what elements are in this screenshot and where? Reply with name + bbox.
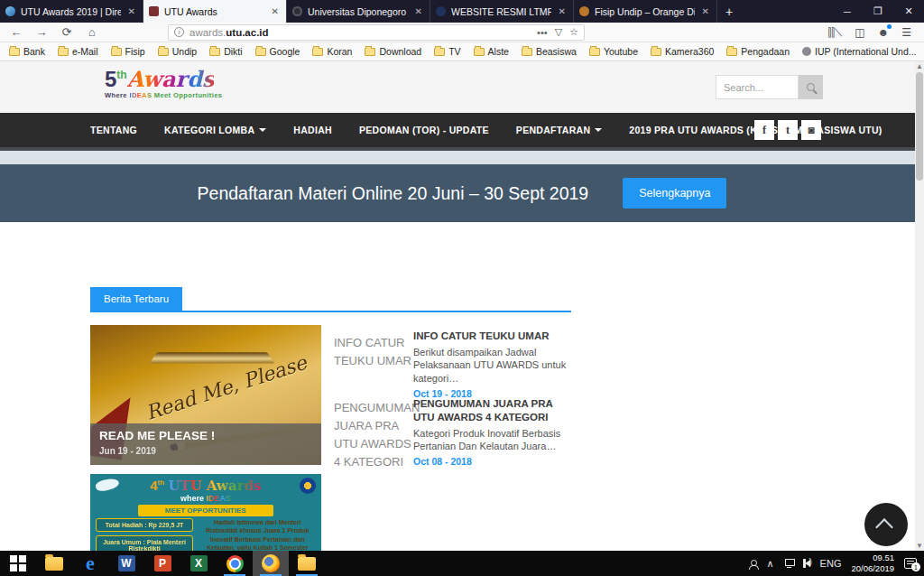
pocket-icon[interactable]: ▽ <box>555 26 562 38</box>
news-item[interactable]: INFO CATUR TEUKU UMAR Berikut disampaika… <box>413 330 576 399</box>
bookmark-folder-koran[interactable]: Koran <box>312 46 352 57</box>
tab-fisip-undip[interactable]: Fisip Undip – Orange Diponego ✕ <box>574 0 717 23</box>
poster-ideas: IDEAS <box>207 494 232 503</box>
home-icon[interactable]: ⌂ <box>83 26 101 38</box>
bookmark-folder-pengadaan[interactable]: Pengadaan <box>726 46 790 57</box>
close-window-button[interactable]: ✕ <box>893 0 924 23</box>
scroll-to-top-button[interactable] <box>864 503 908 546</box>
scrollbar-up-icon[interactable]: ▲ <box>915 62 924 70</box>
bookmark-folder-download[interactable]: Download <box>365 46 421 57</box>
minimize-button[interactable]: ─ <box>832 0 863 23</box>
close-icon[interactable]: ✕ <box>126 6 137 16</box>
page-actions-icon[interactable]: ••• <box>537 27 548 38</box>
image-decoration <box>150 352 275 363</box>
instagram-icon[interactable]: ◙ <box>801 120 821 140</box>
bookmark-folder-undip[interactable]: Undip <box>158 46 197 57</box>
tray-chevron-icon[interactable]: ∧ <box>767 558 774 570</box>
close-icon[interactable]: ✕ <box>557 6 568 16</box>
excel-button[interactable]: X <box>180 551 217 576</box>
featured-image-utu-awards-poster[interactable]: 4th UTU Awards where IDEAS MEET OPPORTUN… <box>90 474 321 551</box>
reload-icon[interactable]: ⟳ <box>58 26 76 38</box>
menu-icon[interactable]: ☰ <box>901 26 911 39</box>
site-logo[interactable]: 5thAwards Where IDEAS Meet Opportunities <box>105 69 222 99</box>
close-icon[interactable]: ✕ <box>270 6 281 16</box>
speaker-icon[interactable] <box>805 560 810 567</box>
back-icon[interactable]: ← <box>7 26 25 38</box>
url-bar[interactable]: i awards.utu.ac.id ••• ▽ ☆ <box>168 24 585 41</box>
bookmark-folder-fisip[interactable]: Fisip <box>111 46 145 57</box>
notification-icon[interactable]: 1 <box>904 558 917 569</box>
twitter-icon[interactable]: t <box>778 120 798 140</box>
edge-button[interactable]: e <box>72 551 108 576</box>
excel-icon: X <box>190 555 208 571</box>
bookmark-folder-bank[interactable]: Bank <box>9 46 45 57</box>
library-icon[interactable]: ⫿⫿⟍ <box>827 26 842 39</box>
bookmark-iup[interactable]: IUP (International Und... <box>802 46 916 57</box>
tab-berita-terbaru[interactable]: Berita Terbaru <box>90 287 182 311</box>
forward-icon[interactable]: → <box>32 26 51 38</box>
header-strip <box>0 151 924 164</box>
featured-image-read-me[interactable]: Read Me, Please READ ME PLEASE ! Jun 19 … <box>90 325 321 465</box>
sidebar-icon[interactable]: ◫ <box>855 26 864 39</box>
nav-hadiah[interactable]: HADIAH <box>293 125 332 135</box>
bookmark-folder-tv[interactable]: TV <box>434 46 460 57</box>
nav-tentang[interactable]: TENTANG <box>90 125 137 135</box>
firefox-button[interactable] <box>253 551 289 576</box>
facebook-icon[interactable]: f <box>754 120 774 140</box>
tab-favicon <box>149 6 159 16</box>
browser-toolbar: ← → ⟳ ⌂ i awards.utu.ac.id ••• ▽ ☆ ⫿⫿⟍ ◫… <box>0 23 924 42</box>
bookmark-folder-email[interactable]: e-Mail <box>58 46 98 57</box>
bookmark-folder-alste[interactable]: Alste <box>474 46 509 57</box>
selengkapnya-button[interactable]: Selengkapnya <box>623 178 726 209</box>
site-icon <box>802 47 811 56</box>
clock[interactable]: 09.51 20/06/2019 <box>851 553 894 574</box>
news-title[interactable]: PENGUMUMAN JUARA PRA UTU AWARDS 4 KATEGO… <box>413 397 576 424</box>
network-icon[interactable] <box>784 559 795 568</box>
bookmark-folder-beasiswa[interactable]: Beasiswa <box>522 46 577 57</box>
nav-pedoman[interactable]: PEDOMAN (TOR) - UPDATE <box>359 125 489 135</box>
close-icon[interactable]: ✕ <box>700 6 711 16</box>
browser-scrollbar[interactable]: ▲ ▼ <box>915 61 924 551</box>
search-input[interactable] <box>716 75 799 99</box>
poster-where: where <box>180 494 204 503</box>
account-icon[interactable]: ☻ <box>878 26 890 39</box>
tab-utu-awards-active[interactable]: UTU Awards ✕ <box>143 0 287 23</box>
chrome-button[interactable] <box>217 551 253 576</box>
bookmark-folder-youtube[interactable]: Youtube <box>589 46 638 57</box>
url-text[interactable]: awards.utu.ac.id <box>189 27 531 38</box>
poster-sup: th <box>158 478 165 487</box>
language-indicator[interactable]: ENG <box>820 558 842 569</box>
file-explorer-button[interactable] <box>36 551 72 576</box>
word-button[interactable]: W <box>108 551 144 576</box>
bookmark-folder-google[interactable]: Google <box>255 46 300 57</box>
poster-ribbon: MEET OPPORTUNITIES <box>138 505 273 516</box>
close-icon[interactable]: ✕ <box>413 6 424 16</box>
people-icon[interactable] <box>749 560 757 568</box>
new-tab-button[interactable]: + <box>717 0 741 23</box>
tab-website-ltmpt[interactable]: WEBSITE RESMI LTMPT ✕ <box>430 0 574 23</box>
nav-kategori-lomba[interactable]: KATEGORI LOMBA <box>164 125 266 135</box>
chevron-down-icon <box>595 128 602 132</box>
nav-pendaftaran[interactable]: PENDAFTARAN <box>516 125 602 135</box>
chrome-icon <box>226 555 244 572</box>
news-item[interactable]: PENGUMUMAN JUARA PRA UTU AWARDS 4 KATEGO… <box>413 397 576 467</box>
bookmark-label: Koran <box>327 46 352 57</box>
scrollbar-down-icon[interactable]: ▼ <box>915 542 924 550</box>
powerpoint-button[interactable]: P <box>144 551 180 576</box>
scrollbar-thumb[interactable] <box>916 72 923 181</box>
firefox-icon <box>262 554 280 572</box>
open-folder-button[interactable] <box>289 551 325 576</box>
bookmark-label: Bank <box>23 46 45 57</box>
start-button[interactable] <box>0 551 36 576</box>
maximize-button[interactable]: ❐ <box>863 0 893 23</box>
screen: UTU Awards 2019 | Direktorat Je ✕ UTU Aw… <box>0 0 924 576</box>
banner-title: Pendaftaran Materi Online 20 Juni – 30 S… <box>198 183 589 204</box>
bookmark-star-icon[interactable]: ☆ <box>569 26 578 38</box>
tab-utu-awards-2019[interactable]: UTU Awards 2019 | Direktorat Je ✕ <box>0 0 143 23</box>
bookmark-folder-dikti[interactable]: Dikti <box>209 46 242 57</box>
news-title[interactable]: INFO CATUR TEUKU UMAR <box>413 330 576 343</box>
search-button[interactable] <box>799 75 823 99</box>
site-info-icon[interactable]: i <box>174 27 184 37</box>
tab-universitas-diponegoro[interactable]: Universitas Diponegoro ✕ <box>287 0 430 23</box>
bookmark-folder-kamera360[interactable]: Kamera360 <box>651 46 714 57</box>
